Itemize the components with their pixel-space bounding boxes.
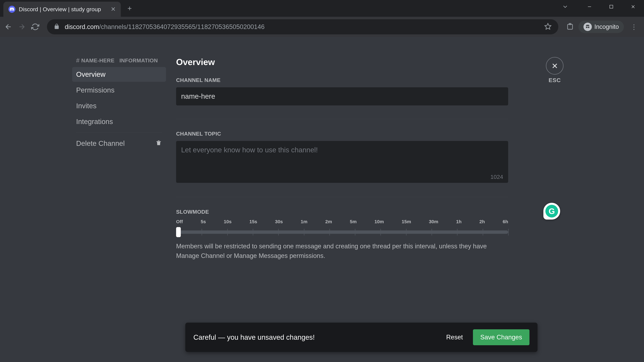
discord-app: # NAME-HERE INFORMATION Overview Permiss… (0, 37, 644, 362)
slowmode-tick-label: 1h (456, 219, 462, 224)
channel-topic-charcount: 1024 (490, 174, 503, 180)
slowmode-tick-label: 5m (350, 219, 356, 224)
channel-name-label: Channel Name (176, 77, 508, 83)
esc-label: ESC (548, 77, 561, 83)
slowmode-tick-label: 30m (429, 219, 438, 224)
slider-thumb[interactable] (176, 227, 181, 237)
slowmode-tick-label: 6h (502, 219, 508, 224)
slider-track (176, 230, 508, 234)
extensions-icon[interactable] (565, 22, 575, 32)
new-tab-button[interactable]: + (128, 4, 132, 12)
slowmode-tick-labels: Off5s10s15s30s1m2m5m10m15m30m1h2h6h (176, 219, 508, 224)
slider-tick (304, 229, 304, 236)
window-close-button[interactable] (622, 0, 644, 13)
window-controls (578, 0, 644, 13)
incognito-label: Incognito (594, 23, 619, 30)
browser-chrome: Discord | Overview | study group ✕ + dis… (0, 0, 644, 37)
window-maximize-button[interactable] (600, 0, 622, 13)
svg-point-8 (588, 27, 589, 28)
toast-message: Careful — you have unsaved changes! (193, 333, 440, 341)
save-changes-button[interactable]: Save Changes (473, 329, 530, 345)
hash-icon: # (76, 57, 80, 64)
tab-title: Discord | Overview | study group (19, 6, 107, 12)
slider-tick (483, 229, 483, 236)
channel-name-input[interactable] (176, 87, 508, 105)
slowmode-tick-label: 10m (374, 219, 384, 224)
url-bar[interactable]: discord.com/channels/1182705364072935565… (47, 19, 558, 34)
window-minimize-button[interactable] (578, 0, 600, 13)
nav-bar: discord.com/channels/1182705364072935565… (0, 17, 644, 37)
sidebar-item-integrations[interactable]: Integrations (72, 114, 166, 129)
slowmode-tick-label: 2m (325, 219, 332, 224)
reload-button[interactable] (30, 22, 40, 32)
slider-tick (330, 229, 330, 236)
close-esc-group: ESC (546, 57, 564, 83)
slider-tick (253, 229, 253, 236)
bookmark-star-icon[interactable] (544, 23, 552, 31)
slider-tick (202, 229, 202, 236)
slowmode-tick-label: Off (176, 219, 183, 224)
slowmode-tick-label: 2h (479, 219, 485, 224)
sidebar-item-overview[interactable]: Overview (72, 67, 166, 82)
discord-favicon (8, 6, 16, 13)
sidebar-item-permissions[interactable]: Permissions (72, 83, 166, 97)
slider-tick (380, 229, 381, 236)
incognito-icon (584, 23, 592, 31)
grammarly-widget[interactable]: G (544, 203, 560, 220)
slowmode-tick-label: 15m (402, 219, 411, 224)
slider-tick (457, 229, 458, 236)
sidebar-header-channel: NAME-HERE (81, 57, 114, 64)
channel-topic-label: Channel Topic (176, 131, 508, 137)
incognito-badge[interactable]: Incognito (578, 21, 624, 33)
tab-bar: Discord | Overview | study group ✕ + (0, 0, 644, 17)
slowmode-label: Slowmode (176, 209, 508, 215)
lock-icon (54, 23, 60, 30)
sidebar-item-invites[interactable]: Invites (72, 98, 166, 113)
url-text: discord.com/channels/1182705364072935565… (65, 23, 265, 30)
forward-button[interactable] (17, 22, 27, 32)
browser-tab[interactable]: Discord | Overview | study group ✕ (3, 2, 121, 17)
slowmode-description: Members will be restricted to sending on… (176, 242, 508, 261)
settings-sidebar: # NAME-HERE INFORMATION Overview Permiss… (0, 37, 176, 362)
browser-menu-button[interactable]: ⋮ (627, 23, 641, 31)
unsaved-changes-toast: Careful — you have unsaved changes! Rese… (185, 323, 538, 352)
slowmode-tick-label: 30s (275, 219, 283, 224)
page-title: Overview (176, 57, 508, 67)
slider-tick (278, 229, 279, 236)
close-button[interactable] (546, 57, 564, 75)
svg-point-7 (586, 27, 587, 28)
slider-tick (355, 229, 355, 236)
back-button[interactable] (3, 22, 14, 32)
section-divider (176, 197, 508, 197)
slowmode-tick-label: 15s (250, 219, 257, 224)
slider-tick (508, 229, 509, 236)
sidebar-header-suffix: INFORMATION (120, 57, 158, 64)
slider-tick (432, 229, 432, 236)
sidebar-divider (76, 132, 162, 133)
slowmode-tick-label: 10s (224, 219, 232, 224)
slowmode-tick-label: 5s (201, 219, 206, 224)
grammarly-icon: G (546, 205, 558, 218)
settings-main: Overview Channel Name Channel Topic 1024… (176, 37, 644, 362)
tabs-chevron-icon[interactable] (562, 3, 568, 11)
svg-rect-5 (568, 24, 572, 29)
sidebar-item-delete-channel[interactable]: Delete Channel (72, 136, 166, 151)
tab-close-icon[interactable]: ✕ (111, 6, 116, 12)
slowmode-tick-label: 1m (301, 219, 308, 224)
trash-icon (155, 139, 162, 148)
channel-topic-input[interactable] (176, 141, 508, 183)
slider-tick (227, 229, 228, 236)
svg-marker-4 (545, 23, 551, 29)
slider-tick (406, 229, 406, 236)
svg-rect-1 (610, 5, 613, 8)
sidebar-header: # NAME-HERE INFORMATION (72, 57, 166, 67)
slowmode-slider[interactable] (176, 226, 508, 237)
reset-button[interactable]: Reset (440, 330, 470, 345)
